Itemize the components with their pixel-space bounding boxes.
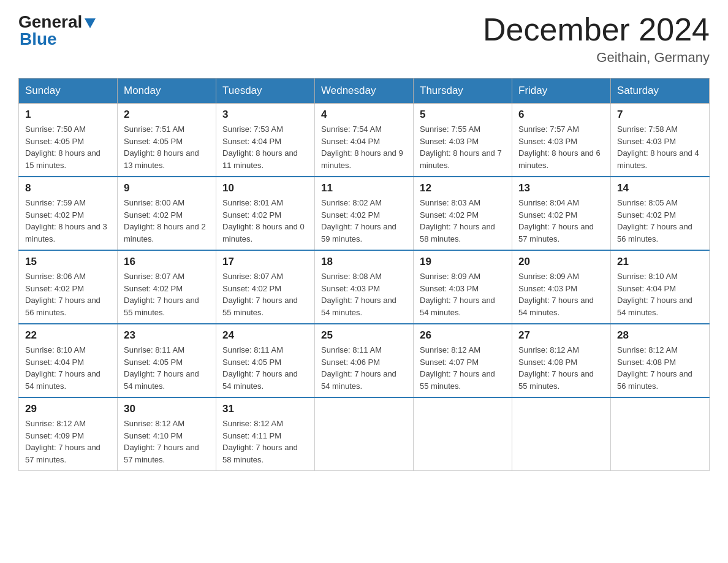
calendar-cell: 10 Sunrise: 8:01 AMSunset: 4:02 PMDaylig… <box>216 177 315 250</box>
day-info: Sunrise: 8:00 AMSunset: 4:02 PMDaylight:… <box>124 197 210 245</box>
calendar-cell: 16 Sunrise: 8:07 AMSunset: 4:02 PMDaylig… <box>118 250 216 324</box>
calendar-cell: 28 Sunrise: 8:12 AMSunset: 4:08 PMDaylig… <box>611 324 710 397</box>
calendar-cell: 29 Sunrise: 8:12 AMSunset: 4:09 PMDaylig… <box>19 397 118 471</box>
week-row-2: 8 Sunrise: 7:59 AMSunset: 4:02 PMDayligh… <box>19 177 710 250</box>
day-header-friday: Friday <box>512 79 611 104</box>
day-header-saturday: Saturday <box>611 79 710 104</box>
calendar-cell: 5 Sunrise: 7:55 AMSunset: 4:03 PMDayligh… <box>414 104 512 177</box>
day-info: Sunrise: 8:11 AMSunset: 4:05 PMDaylight:… <box>222 344 308 392</box>
calendar-cell: 22 Sunrise: 8:10 AMSunset: 4:04 PMDaylig… <box>19 324 118 397</box>
svg-marker-0 <box>85 18 96 28</box>
day-number: 19 <box>420 256 506 268</box>
day-info: Sunrise: 8:04 AMSunset: 4:02 PMDaylight:… <box>518 197 604 245</box>
day-number: 2 <box>124 109 210 121</box>
day-number: 12 <box>420 182 506 194</box>
calendar-cell: 4 Sunrise: 7:54 AMSunset: 4:04 PMDayligh… <box>315 104 414 177</box>
logo: General Blue <box>18 12 97 49</box>
day-info: Sunrise: 8:11 AMSunset: 4:05 PMDaylight:… <box>124 344 210 392</box>
day-info: Sunrise: 7:59 AMSunset: 4:02 PMDaylight:… <box>25 197 111 245</box>
day-info: Sunrise: 8:01 AMSunset: 4:02 PMDaylight:… <box>222 197 308 245</box>
day-info: Sunrise: 7:55 AMSunset: 4:03 PMDaylight:… <box>420 123 506 171</box>
day-info: Sunrise: 8:09 AMSunset: 4:03 PMDaylight:… <box>518 270 604 318</box>
day-info: Sunrise: 8:07 AMSunset: 4:02 PMDaylight:… <box>222 270 308 318</box>
calendar-cell: 2 Sunrise: 7:51 AMSunset: 4:05 PMDayligh… <box>118 104 216 177</box>
calendar-cell: 18 Sunrise: 8:08 AMSunset: 4:03 PMDaylig… <box>315 250 414 324</box>
calendar-cell: 19 Sunrise: 8:09 AMSunset: 4:03 PMDaylig… <box>414 250 512 324</box>
day-header-tuesday: Tuesday <box>216 79 315 104</box>
day-info: Sunrise: 8:05 AMSunset: 4:02 PMDaylight:… <box>617 197 703 245</box>
days-header-row: SundayMondayTuesdayWednesdayThursdayFrid… <box>19 79 710 104</box>
day-number: 30 <box>124 403 210 415</box>
day-number: 17 <box>222 256 308 268</box>
day-info: Sunrise: 7:51 AMSunset: 4:05 PMDaylight:… <box>124 123 210 171</box>
calendar-cell: 1 Sunrise: 7:50 AMSunset: 4:05 PMDayligh… <box>19 104 118 177</box>
day-header-sunday: Sunday <box>19 79 118 104</box>
calendar-cell <box>414 397 512 471</box>
week-row-3: 15 Sunrise: 8:06 AMSunset: 4:02 PMDaylig… <box>19 250 710 324</box>
calendar-subtitle: Geithain, Germany <box>483 50 710 66</box>
day-number: 4 <box>321 109 407 121</box>
day-info: Sunrise: 8:06 AMSunset: 4:02 PMDaylight:… <box>25 270 111 318</box>
day-number: 31 <box>222 403 308 415</box>
day-number: 24 <box>222 329 308 342</box>
calendar-cell: 7 Sunrise: 7:58 AMSunset: 4:03 PMDayligh… <box>611 104 710 177</box>
logo-blue: Blue <box>20 29 57 49</box>
day-number: 22 <box>25 329 111 342</box>
calendar-cell: 15 Sunrise: 8:06 AMSunset: 4:02 PMDaylig… <box>19 250 118 324</box>
day-info: Sunrise: 8:07 AMSunset: 4:02 PMDaylight:… <box>124 270 210 318</box>
calendar-cell <box>512 397 611 471</box>
calendar-table: SundayMondayTuesdayWednesdayThursdayFrid… <box>18 78 710 471</box>
day-info: Sunrise: 8:12 AMSunset: 4:07 PMDaylight:… <box>420 344 506 392</box>
calendar-cell: 23 Sunrise: 8:11 AMSunset: 4:05 PMDaylig… <box>118 324 216 397</box>
page-header: General Blue December 2024 Geithain, Ger… <box>18 12 710 66</box>
day-number: 20 <box>518 256 604 268</box>
calendar-cell: 20 Sunrise: 8:09 AMSunset: 4:03 PMDaylig… <box>512 250 611 324</box>
day-number: 13 <box>518 182 604 194</box>
week-row-1: 1 Sunrise: 7:50 AMSunset: 4:05 PMDayligh… <box>19 104 710 177</box>
day-header-thursday: Thursday <box>414 79 512 104</box>
calendar-cell: 8 Sunrise: 7:59 AMSunset: 4:02 PMDayligh… <box>19 177 118 250</box>
calendar-cell <box>315 397 414 471</box>
calendar-cell: 25 Sunrise: 8:11 AMSunset: 4:06 PMDaylig… <box>315 324 414 397</box>
day-number: 5 <box>420 109 506 121</box>
day-info: Sunrise: 8:12 AMSunset: 4:09 PMDaylight:… <box>25 418 111 465</box>
day-number: 26 <box>420 329 506 342</box>
day-info: Sunrise: 8:08 AMSunset: 4:03 PMDaylight:… <box>321 270 407 318</box>
week-row-5: 29 Sunrise: 8:12 AMSunset: 4:09 PMDaylig… <box>19 397 710 471</box>
day-info: Sunrise: 8:10 AMSunset: 4:04 PMDaylight:… <box>25 344 111 392</box>
calendar-cell: 11 Sunrise: 8:02 AMSunset: 4:02 PMDaylig… <box>315 177 414 250</box>
day-number: 27 <box>518 329 604 342</box>
day-number: 18 <box>321 256 407 268</box>
day-info: Sunrise: 8:03 AMSunset: 4:02 PMDaylight:… <box>420 197 506 245</box>
calendar-cell: 30 Sunrise: 8:12 AMSunset: 4:10 PMDaylig… <box>118 397 216 471</box>
calendar-cell: 27 Sunrise: 8:12 AMSunset: 4:08 PMDaylig… <box>512 324 611 397</box>
day-info: Sunrise: 7:54 AMSunset: 4:04 PMDaylight:… <box>321 123 407 171</box>
day-info: Sunrise: 8:12 AMSunset: 4:08 PMDaylight:… <box>617 344 703 392</box>
day-number: 11 <box>321 182 407 194</box>
day-number: 29 <box>25 403 111 415</box>
day-number: 21 <box>617 256 703 268</box>
calendar-cell: 12 Sunrise: 8:03 AMSunset: 4:02 PMDaylig… <box>414 177 512 250</box>
calendar-cell: 13 Sunrise: 8:04 AMSunset: 4:02 PMDaylig… <box>512 177 611 250</box>
day-info: Sunrise: 7:50 AMSunset: 4:05 PMDaylight:… <box>25 123 111 171</box>
day-number: 10 <box>222 182 308 194</box>
day-info: Sunrise: 7:53 AMSunset: 4:04 PMDaylight:… <box>222 123 308 171</box>
day-number: 14 <box>617 182 703 194</box>
day-number: 7 <box>617 109 703 121</box>
calendar-cell: 6 Sunrise: 7:57 AMSunset: 4:03 PMDayligh… <box>512 104 611 177</box>
day-number: 6 <box>518 109 604 121</box>
calendar-cell: 9 Sunrise: 8:00 AMSunset: 4:02 PMDayligh… <box>118 177 216 250</box>
day-number: 16 <box>124 256 210 268</box>
day-number: 3 <box>222 109 308 121</box>
calendar-cell: 26 Sunrise: 8:12 AMSunset: 4:07 PMDaylig… <box>414 324 512 397</box>
calendar-cell <box>611 397 710 471</box>
day-info: Sunrise: 8:12 AMSunset: 4:10 PMDaylight:… <box>124 418 210 465</box>
week-row-4: 22 Sunrise: 8:10 AMSunset: 4:04 PMDaylig… <box>19 324 710 397</box>
day-number: 8 <box>25 182 111 194</box>
calendar-cell: 31 Sunrise: 8:12 AMSunset: 4:11 PMDaylig… <box>216 397 315 471</box>
day-number: 25 <box>321 329 407 342</box>
day-info: Sunrise: 8:12 AMSunset: 4:08 PMDaylight:… <box>518 344 604 392</box>
calendar-cell: 3 Sunrise: 7:53 AMSunset: 4:04 PMDayligh… <box>216 104 315 177</box>
day-number: 28 <box>617 329 703 342</box>
day-info: Sunrise: 8:10 AMSunset: 4:04 PMDaylight:… <box>617 270 703 318</box>
